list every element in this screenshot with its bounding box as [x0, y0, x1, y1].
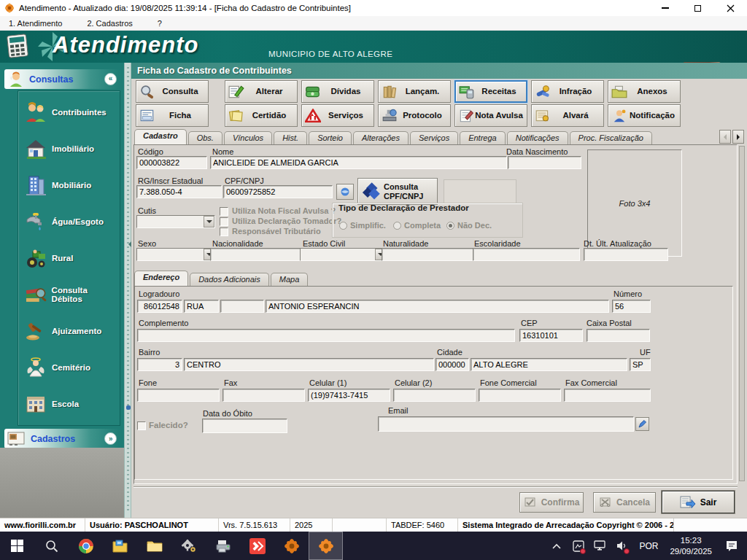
fax-input[interactable]	[222, 389, 305, 402]
bairro-cod-input[interactable]	[137, 358, 182, 371]
search-button[interactable]	[34, 532, 69, 560]
toolbar-nota-avulsa-button[interactable]: Nota Avulsa	[454, 104, 527, 127]
cutis-dropdown[interactable]	[136, 215, 215, 228]
data-nascimento-input[interactable]	[508, 156, 581, 169]
rg-input[interactable]	[136, 185, 222, 198]
toolbar-servicos-button[interactable]: Serviços	[301, 104, 374, 127]
minimize-button[interactable]	[649, 0, 681, 16]
confirma-button[interactable]: Confirma	[519, 492, 584, 513]
tray-expand-chevron[interactable]	[547, 532, 566, 560]
tab-entrega[interactable]: Entrega	[460, 131, 506, 144]
fiorilli-app-icon[interactable]	[274, 532, 309, 560]
naturalidade-input[interactable]	[382, 248, 485, 261]
toolbar-ficha-button[interactable]: Ficha	[136, 104, 209, 127]
tab-sorteio[interactable]: Sorteio	[309, 131, 352, 144]
nome-input[interactable]	[210, 156, 507, 169]
fax-printer-icon[interactable]	[206, 532, 240, 560]
celular1-input[interactable]	[308, 389, 390, 402]
caixa-postal-input[interactable]	[587, 329, 650, 342]
sidebar-item-mobiliario[interactable]: Mobiliário	[18, 174, 120, 196]
uf-input[interactable]	[630, 358, 651, 371]
sidebar-group-cadastros[interactable]: Cadastros «	[4, 429, 120, 448]
volume-muted-icon[interactable]	[613, 532, 632, 560]
radio-nao-dec[interactable]	[446, 222, 454, 230]
logradouro-tipo-input[interactable]	[184, 300, 219, 313]
files-app-icon[interactable]	[103, 532, 137, 560]
menu-atendimento[interactable]: 1. Atendimento	[6, 18, 65, 29]
sidebar-item-imobiliario[interactable]: Imobiliário	[18, 138, 120, 160]
collapse-chevron-icon[interactable]: «	[104, 73, 117, 85]
tab-cadastro[interactable]: Cadastro	[134, 129, 187, 144]
celular2-input[interactable]	[393, 389, 476, 402]
logradouro-cod-input[interactable]	[137, 300, 182, 313]
responsavel-tributario-checkbox[interactable]	[220, 228, 228, 236]
fiorilli-app-active-icon[interactable]	[309, 532, 343, 560]
expand-chevron-icon[interactable]: «	[104, 432, 117, 445]
tab-mapa[interactable]: Mapa	[271, 273, 309, 286]
nota-fiscal-avulsa-checkbox[interactable]	[220, 207, 228, 216]
toolbar-anexos-button[interactable]: Anexos	[608, 80, 681, 103]
tab-hist[interactable]: Hist.	[274, 131, 307, 144]
fone-input[interactable]	[137, 389, 220, 402]
sidebar-item-contribuintes[interactable]: Contribuintes	[18, 101, 120, 123]
menu-cadastros[interactable]: 2. Cadastros	[84, 18, 135, 29]
tab-obs[interactable]: Obs.	[188, 131, 222, 144]
notification-center-icon[interactable]	[719, 532, 744, 560]
toolbar-alterar-button[interactable]: Alterar	[225, 80, 298, 103]
tab-alteracoes[interactable]: Alterações	[353, 131, 409, 144]
escolaridade-input[interactable]	[473, 248, 580, 261]
tab-vinculos[interactable]: Vínculos	[224, 131, 272, 144]
sidebar-item-rural[interactable]: Rural	[18, 247, 120, 269]
sidebar-item-agua-esgoto[interactable]: Água/Esgoto	[18, 211, 120, 233]
codigo-input[interactable]	[136, 156, 207, 169]
email-edit-button[interactable]	[635, 417, 649, 431]
tab-proc-fiscalizacao[interactable]: Proc. Fiscalização	[570, 131, 652, 144]
tab-servicos[interactable]: Serviços	[410, 131, 458, 144]
cancela-button[interactable]: Cancela	[593, 492, 656, 513]
tab-scroll-left-button[interactable]	[719, 130, 731, 144]
toolbar-receitas-button[interactable]: Receitas	[454, 80, 527, 103]
toolbar-certidao-button[interactable]: Certidão	[225, 104, 298, 127]
sexo-dropdown[interactable]	[136, 248, 215, 261]
toolbar-alvara-button[interactable]: Alvará	[531, 104, 604, 127]
sidebar-splitter[interactable]	[124, 63, 131, 518]
cpf-input[interactable]	[223, 185, 333, 198]
bairro-nome-input[interactable]	[184, 358, 434, 371]
cidade-cod-input[interactable]	[436, 358, 469, 371]
complemento-input[interactable]	[137, 329, 515, 342]
falecido-checkbox[interactable]	[137, 421, 146, 430]
dt-ult-atualizacao-input[interactable]	[584, 248, 668, 261]
cep-input[interactable]	[519, 329, 583, 342]
toolbar-consulta-button[interactable]: Consulta	[136, 80, 209, 103]
maximize-button[interactable]	[681, 0, 714, 16]
estado-civil-dropdown[interactable]	[300, 248, 387, 261]
folder-icon[interactable]	[137, 532, 171, 560]
close-button[interactable]	[714, 0, 747, 16]
network-icon[interactable]	[591, 532, 610, 560]
tab-dados-adicionais[interactable]: Dados Adicionais	[190, 273, 269, 286]
start-button[interactable]	[0, 532, 34, 560]
radio-simplific[interactable]	[339, 222, 347, 230]
logradouro-nome-input[interactable]	[266, 300, 609, 313]
toolbar-dividas-button[interactable]: Dívidas	[301, 80, 374, 103]
anydesk-icon[interactable]	[240, 532, 274, 560]
dropdown-arrow-icon[interactable]	[204, 216, 214, 228]
logradouro-extra-input[interactable]	[220, 300, 264, 313]
sair-button[interactable]: Sair	[662, 491, 735, 513]
cidade-nome-input[interactable]	[471, 358, 627, 371]
sidebar-item-cemiterio[interactable]: Cemitério	[18, 357, 120, 378]
nacionalidade-input[interactable]	[210, 248, 310, 261]
declaracao-tomador-checkbox[interactable]	[220, 217, 228, 226]
fax-comercial-input[interactable]	[564, 389, 651, 402]
numero-input[interactable]	[612, 300, 651, 313]
consulta-cpf-cnpj-button[interactable]: Consulta CPF/CNPJ	[357, 178, 438, 205]
settings-gears-icon[interactable]	[171, 532, 206, 560]
tray-app-icon[interactable]	[569, 532, 588, 560]
tab-endereco[interactable]: Endereço	[134, 271, 188, 286]
tab-notificacoes[interactable]: Notificações	[507, 131, 568, 144]
cpf-lookup-button[interactable]	[336, 184, 354, 200]
toolbar-infracao-button[interactable]: Infração	[531, 80, 604, 103]
email-input[interactable]	[378, 416, 634, 432]
data-obito-input[interactable]	[202, 419, 287, 433]
radio-completa[interactable]	[393, 222, 401, 230]
